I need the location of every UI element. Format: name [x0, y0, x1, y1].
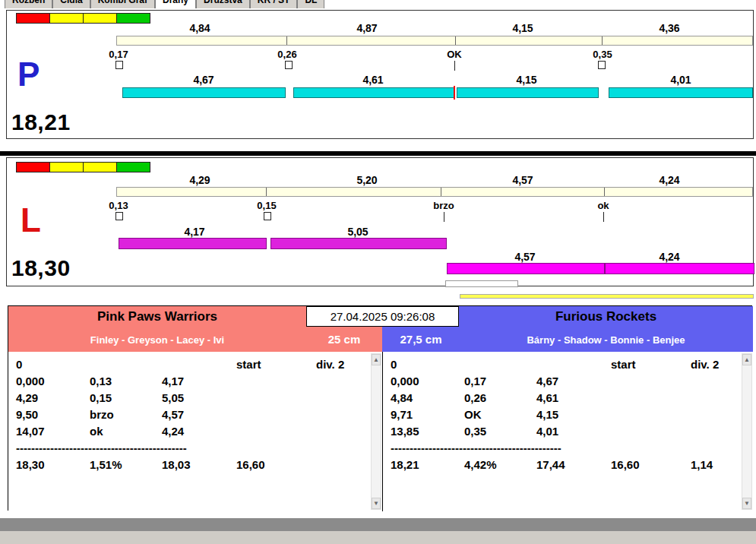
table-cell: 0,26	[464, 390, 536, 406]
change-marker-tick	[444, 212, 444, 222]
position-marker-line	[454, 86, 455, 100]
split-top-label: 4,84	[173, 22, 226, 34]
scroll-up-icon[interactable]: ▲	[372, 354, 381, 365]
axis-divider	[455, 36, 456, 45]
table-cell	[464, 356, 536, 373]
start-light-icon	[116, 162, 150, 172]
time-axis-bar	[116, 187, 753, 197]
change-time-label: 0,35	[586, 49, 619, 60]
table-row: 0,000 0,17 4,67	[383, 373, 753, 390]
lane-total-time: 18,21	[11, 109, 71, 135]
lane-panel-l: 4,29 5,20 4,57 4,24 0,13 0,15 brzo ok 4,…	[6, 157, 754, 286]
scrollbar[interactable]: ▲ ▼	[371, 353, 381, 510]
table-cell: 0,000	[16, 373, 90, 390]
dog-run-bar	[119, 238, 267, 249]
datetime-display: 27.04.2025 09:26:08	[306, 306, 459, 327]
table-cell: 14,07	[16, 423, 90, 440]
split-top-label: 5,20	[340, 174, 394, 186]
table-cell: 18,21	[391, 457, 464, 473]
results-section: Pink Paws Warriors Furious Rockets Finle…	[8, 305, 752, 511]
table-cell: 4,01	[536, 423, 611, 440]
split-bottom-label: 4,61	[346, 74, 400, 86]
results-table-left: 0 start div. 2 0,000 0,13 4,17 4,29 0,15…	[8, 352, 382, 511]
table-cell: 18,30	[16, 457, 90, 473]
lane-letter: P	[17, 58, 40, 91]
table-cell: brzo	[90, 406, 162, 423]
separator-dashes: ----------------------------------------…	[391, 440, 561, 457]
table-totals-row: 18,21 4,42% 17,44 16,60 1,14	[383, 457, 753, 473]
start-light-icon	[83, 13, 117, 24]
table-cell: 0,13	[90, 373, 162, 390]
table-cell: 0	[391, 356, 464, 373]
table-cell: 4,29	[16, 390, 90, 406]
scroll-down-icon[interactable]: ▼	[742, 498, 751, 509]
tab-cidla[interactable]: Čidla	[52, 0, 90, 8]
change-marker-box	[115, 61, 123, 69]
table-cell: 16,60	[611, 457, 691, 473]
results-table-right: 0 start div. 2 0,000 0,17 4,67 4,84 0,26…	[382, 352, 753, 511]
table-cell	[90, 356, 162, 373]
change-time-label: OK	[438, 49, 471, 60]
start-light-icon	[49, 162, 84, 172]
scroll-up-icon[interactable]: ▲	[742, 354, 751, 365]
table-cell: start	[611, 356, 691, 373]
tab-kombi-graf[interactable]: Kombi Graf	[90, 0, 155, 8]
table-cell: 4,57	[162, 406, 236, 423]
dog-run-bar	[609, 87, 753, 98]
start-light-icon	[16, 13, 50, 24]
tab-drahy[interactable]: Dráhy	[155, 0, 196, 8]
table-row: 9,50 brzo 4,57	[8, 406, 382, 423]
tab-druzstva[interactable]: Družstva	[196, 0, 250, 8]
time-axis-bar	[116, 36, 753, 46]
dog-run-bar	[447, 263, 605, 274]
indicator-box	[445, 280, 518, 287]
change-marker-box	[285, 61, 293, 69]
table-row: 4,84 0,26 4,61	[383, 390, 753, 406]
table-totals-row: 18,30 1,51% 18,03 16,60	[8, 457, 382, 473]
table-separator-row: ----------------------------------------…	[8, 440, 382, 457]
axis-divider	[441, 188, 441, 196]
split-bottom-label: 4,67	[177, 74, 230, 86]
tab-dl[interactable]: DL	[297, 0, 324, 8]
progress-strip	[460, 294, 754, 299]
table-cell: start	[236, 356, 316, 373]
lane-total-time: 18,30	[11, 255, 71, 281]
table-header-row: 0 start div. 2	[8, 356, 382, 373]
table-cell: 16,60	[236, 457, 316, 473]
lane-letter: L	[21, 204, 41, 237]
split-right-label: 4,24	[643, 251, 696, 263]
jump-height-right: 27,5 cm	[383, 333, 459, 346]
dog-run-bar	[122, 87, 286, 98]
split-right-label: 4,57	[498, 251, 552, 263]
panel-separator	[0, 151, 756, 156]
split-top-label: 4,15	[496, 22, 549, 34]
tab-rozbeh[interactable]: Rozbeh	[5, 0, 52, 8]
jump-height-left: 25 cm	[306, 333, 382, 346]
table-cell: 4,67	[536, 373, 611, 390]
table-cell: 17,44	[536, 457, 611, 473]
table-cell: 4,61	[536, 390, 611, 406]
scrollbar[interactable]: ▲ ▼	[742, 353, 752, 510]
tabs-row: Rozbeh Čidla Kombi Graf Dráhy Družstva K…	[0, 0, 756, 8]
start-light-icon	[83, 162, 117, 172]
window-footer	[0, 531, 756, 544]
axis-divider	[266, 188, 267, 196]
status-bar	[0, 518, 756, 531]
table-cell	[536, 356, 611, 373]
tab-kr-st[interactable]: KR / ST	[250, 0, 298, 8]
table-cell: 0,000	[391, 373, 464, 390]
table-row: 13,85 0,35 4,01	[383, 423, 753, 440]
table-cell: 4,24	[162, 423, 236, 440]
start-light-icon	[49, 13, 84, 24]
table-header-row: 0 start div. 2	[383, 356, 753, 373]
change-time-label: 0,17	[102, 49, 135, 60]
dog-run-bar	[293, 87, 454, 98]
change-time-label: 0,13	[102, 200, 135, 211]
change-time-label: brzo	[427, 200, 460, 211]
scroll-down-icon[interactable]: ▼	[372, 498, 381, 509]
start-light-icon	[16, 162, 50, 172]
table-cell: 5,05	[162, 390, 236, 406]
axis-divider	[286, 36, 287, 45]
tab-bar: Rozbeh Čidla Kombi Graf Dráhy Družstva K…	[0, 0, 756, 8]
split-mid-label: 5,05	[331, 226, 384, 238]
